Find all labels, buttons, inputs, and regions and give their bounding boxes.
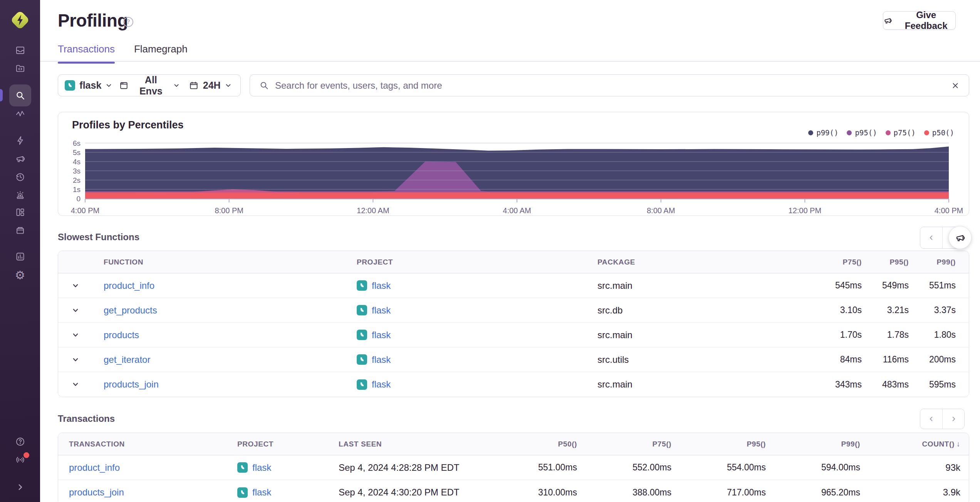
chevron-down-icon xyxy=(72,282,79,290)
transactions-table: Transaction Project Last Seen P50() P75(… xyxy=(58,433,969,502)
function-link[interactable]: get_products xyxy=(104,305,157,316)
p95-cell: 116ms xyxy=(876,347,923,372)
package-cell: src.main xyxy=(590,273,829,298)
column-header-p75[interactable]: P75() xyxy=(829,251,876,273)
next-page-button[interactable] xyxy=(942,409,964,429)
project-link[interactable]: flask xyxy=(252,462,271,473)
transaction-link[interactable]: product_info xyxy=(69,462,120,473)
sidebar-item-replays-clock-icon[interactable] xyxy=(0,167,40,186)
date-range-filter-label: 24H xyxy=(203,80,221,91)
function-link[interactable]: products xyxy=(104,330,139,340)
project-link[interactable]: flask xyxy=(372,330,391,340)
project-link[interactable]: flask xyxy=(372,305,391,316)
column-header-count[interactable]: Count() ↓ xyxy=(866,433,969,455)
legend-label: p50() xyxy=(932,128,954,137)
gear-glyph: ⚙ xyxy=(15,270,25,281)
help-icon[interactable]: ? xyxy=(123,17,133,27)
flask-project-icon xyxy=(357,305,367,315)
tab-flamegraph[interactable]: Flamegraph xyxy=(134,43,188,64)
environment-filter-label: All Envs xyxy=(133,74,169,97)
package-cell: src.main xyxy=(590,372,829,397)
function-link[interactable]: products_join xyxy=(104,379,159,390)
slowest-function-row: products flask src.main 1.70s 1.78s 1.80… xyxy=(58,323,969,347)
sidebar-item-projects-icon[interactable] xyxy=(0,59,40,77)
sidebar-item-settings-gear-icon[interactable]: ⚙ xyxy=(0,266,40,285)
column-header-p99[interactable]: P99() xyxy=(772,433,866,455)
transaction-link[interactable]: products_join xyxy=(69,487,124,498)
sidebar-item-alerts-siren-icon[interactable] xyxy=(0,185,40,204)
p99-cell: 1.80s xyxy=(923,323,969,347)
expand-row-button[interactable] xyxy=(58,356,93,364)
sidebar-collapse-chevron-icon[interactable] xyxy=(0,478,40,496)
profiles-by-percentiles-card: Profiles by Percentiles p99()p95()p75()p… xyxy=(58,112,969,216)
megaphone-icon xyxy=(955,232,965,243)
function-link[interactable]: get_iterator xyxy=(104,354,150,365)
sidebar-item-dashboards-grid-icon[interactable] xyxy=(0,203,40,221)
previous-page-button[interactable] xyxy=(920,409,942,429)
expand-row-button[interactable] xyxy=(58,381,93,388)
svg-text:4:00 AM: 4:00 AM xyxy=(503,206,531,215)
legend-dot xyxy=(924,130,929,135)
close-icon[interactable] xyxy=(951,81,960,90)
legend-item[interactable]: p95() xyxy=(847,128,877,137)
feedback-widget-button[interactable] xyxy=(948,226,972,249)
expand-row-button[interactable] xyxy=(58,307,93,314)
column-header-p99[interactable]: P99() xyxy=(923,251,969,273)
last-seen-cell: Sep 4, 2024 4:28:28 PM EDT xyxy=(326,455,490,480)
sidebar-item-issues-icon[interactable] xyxy=(0,41,40,59)
flask-project-icon xyxy=(237,462,248,473)
svg-text:4s: 4s xyxy=(73,158,81,166)
column-header-p50[interactable]: P50() xyxy=(490,433,583,455)
sentry-logo[interactable] xyxy=(10,10,30,30)
column-header-package: Package xyxy=(590,251,829,273)
search-input[interactable] xyxy=(275,80,945,91)
notification-dot xyxy=(22,451,30,459)
chevron-down-icon xyxy=(72,381,79,388)
search-bar xyxy=(250,74,969,96)
tab-transactions[interactable]: Transactions xyxy=(58,43,115,64)
project-filter-dropdown[interactable]: flask xyxy=(58,75,119,96)
package-cell: src.db xyxy=(590,298,829,322)
give-feedback-button[interactable]: Give Feedback xyxy=(883,11,956,30)
svg-text:6s: 6s xyxy=(73,139,81,147)
legend-label: p75() xyxy=(894,128,916,137)
p99-cell: 3.37s xyxy=(923,298,969,322)
previous-page-button[interactable] xyxy=(920,227,942,248)
sidebar-item-search-icon[interactable] xyxy=(0,86,40,104)
project-link[interactable]: flask xyxy=(372,280,391,291)
table-header-row: Transaction Project Last Seen P50() P75(… xyxy=(58,433,969,455)
percentiles-chart[interactable]: 01s2s3s4s5s6s4:00 PM8:00 PM12:00 AM4:00 … xyxy=(58,138,970,215)
column-header-p95[interactable]: P95() xyxy=(678,433,772,455)
p95-cell: 483ms xyxy=(876,372,923,397)
flask-project-icon xyxy=(357,379,367,390)
column-header-p75[interactable]: P75() xyxy=(583,433,678,455)
project-link[interactable]: flask xyxy=(372,354,391,365)
legend-item[interactable]: p50() xyxy=(924,128,954,137)
chevron-down-icon xyxy=(225,82,232,89)
expand-row-button[interactable] xyxy=(58,282,93,290)
p99-cell: 551ms xyxy=(923,273,969,298)
sidebar-item-lightning-icon[interactable] xyxy=(0,131,40,150)
p99-cell: 965.20ms xyxy=(772,480,866,502)
chevron-down-icon xyxy=(173,82,180,89)
expand-row-button[interactable] xyxy=(58,331,93,339)
svg-text:12:00 AM: 12:00 AM xyxy=(357,206,389,215)
count-label: Count() xyxy=(922,440,954,448)
legend-item[interactable]: p75() xyxy=(886,128,916,137)
sidebar-item-stats-chart-icon[interactable] xyxy=(0,247,40,266)
filter-bar: flask All Envs 24H xyxy=(58,74,241,96)
date-range-filter-dropdown[interactable]: 24H xyxy=(180,75,240,96)
sidebar-help-icon[interactable] xyxy=(0,432,40,451)
sidebar-item-releases-archive-icon[interactable] xyxy=(0,221,40,239)
project-link[interactable]: flask xyxy=(372,379,391,390)
function-link[interactable]: product_info xyxy=(104,280,154,291)
project-filter-label: flask xyxy=(79,80,101,91)
legend-item[interactable]: p99() xyxy=(808,128,838,137)
sidebar-whats-new-icon[interactable] xyxy=(0,450,40,469)
sidebar-item-performance-icon[interactable] xyxy=(0,104,40,123)
p75-cell: 388.00ms xyxy=(583,480,678,502)
sidebar-item-feedback-megaphone-icon[interactable] xyxy=(0,149,40,168)
environment-filter-dropdown[interactable]: All Envs xyxy=(119,75,180,96)
project-link[interactable]: flask xyxy=(252,487,271,498)
column-header-p95[interactable]: P95() xyxy=(876,251,923,273)
